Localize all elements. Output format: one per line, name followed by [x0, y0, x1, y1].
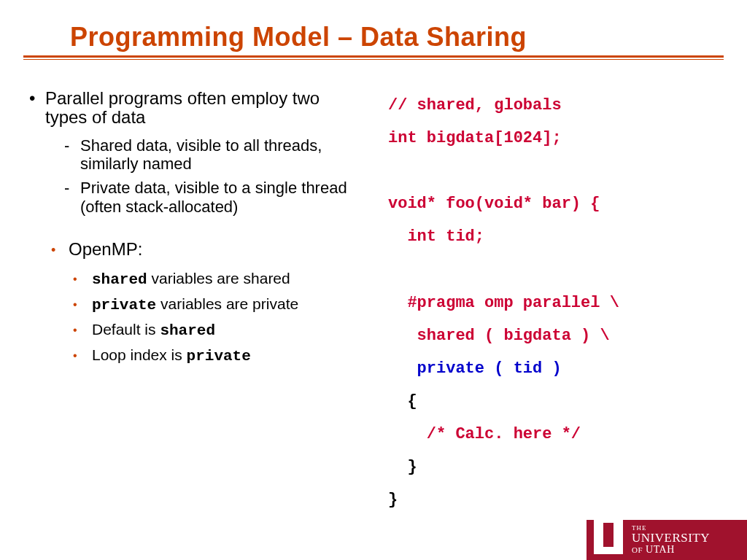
- bullet-mark: •: [73, 321, 92, 339]
- bullet-text: Parallel programs often employ two types…: [45, 89, 366, 128]
- bullet-mark: •: [73, 346, 92, 365]
- bullet-text: Shared data, visible to all threads, sim…: [80, 136, 366, 174]
- code-line: {: [388, 385, 725, 418]
- bullet-mark: •: [73, 295, 92, 314]
- bullet-level2: - Private data, visible to a single thre…: [64, 179, 366, 216]
- code-line: private ( tid ): [388, 352, 725, 385]
- code-line: }: [388, 451, 725, 483]
- bullet-text: Private data, visible to a single thread…: [80, 179, 366, 216]
- code-line: int tid;: [388, 220, 725, 253]
- bullet-text: Default is shared: [92, 321, 215, 339]
- slide-title: Programming Model – Data Sharing: [23, 0, 724, 58]
- bullet-level2: • Loop index is private: [73, 346, 366, 365]
- code-line: // shared, globals: [388, 89, 725, 122]
- bullet-level1: • Parallel programs often employ two typ…: [29, 89, 366, 128]
- logo-u-icon: [591, 520, 626, 560]
- bullet-level1: • OpenMP:: [51, 239, 366, 260]
- code-line: #pragma omp parallel \: [388, 287, 725, 319]
- bullet-text: OpenMP:: [69, 239, 142, 260]
- slide-content: • Parallel programs often employ two typ…: [0, 60, 747, 516]
- bullet-mark: •: [51, 239, 69, 260]
- logo-text: THE UNIVERSITY OF UTAH: [626, 525, 710, 556]
- code-line: void* foo(void* bar) {: [388, 187, 725, 220]
- left-column: • Parallel programs often employ two typ…: [0, 89, 374, 516]
- code-line: [388, 155, 725, 187]
- bullet-level2: • shared variables are shared: [73, 270, 366, 288]
- code-line: int bigdata[1024];: [388, 122, 725, 155]
- bullet-level2: - Shared data, visible to all threads, s…: [64, 136, 366, 174]
- bullet-text: shared variables are shared: [92, 270, 290, 288]
- bullet-mark: -: [64, 179, 80, 216]
- bullet-text: Loop index is private: [92, 346, 251, 365]
- bullet-level2: • private variables are private: [73, 295, 366, 314]
- code-line: shared ( bigdata ) \: [388, 319, 725, 352]
- bullet-mark: -: [64, 136, 80, 174]
- code-block: // shared, globals int bigdata[1024]; vo…: [374, 89, 747, 516]
- university-logo: THE UNIVERSITY OF UTAH: [587, 520, 747, 560]
- bullet-text: private variables are private: [92, 295, 298, 314]
- code-line: }: [388, 483, 725, 516]
- code-line: [388, 253, 725, 286]
- bullet-level2: • Default is shared: [73, 321, 366, 339]
- bullet-mark: •: [73, 270, 92, 288]
- code-line: /* Calc. here */: [388, 418, 725, 451]
- bullet-mark: •: [29, 89, 45, 128]
